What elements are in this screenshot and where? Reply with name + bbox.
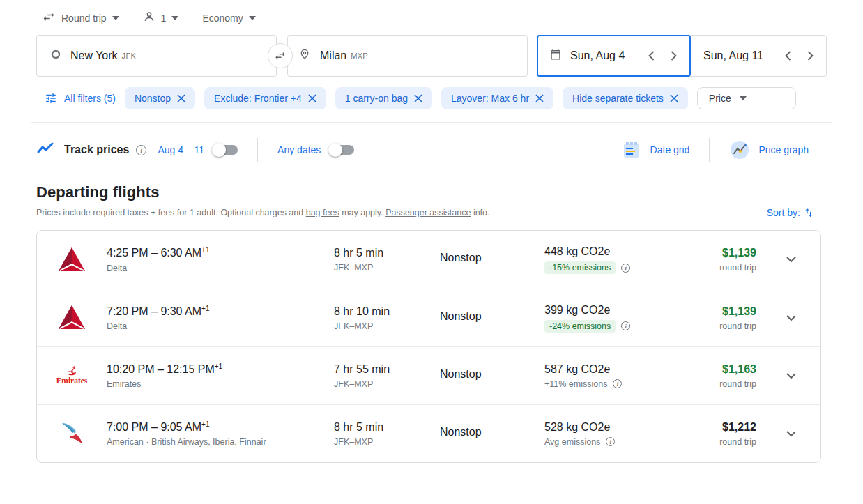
expand-flight-button[interactable] <box>762 431 820 437</box>
airline-name: Delta <box>107 264 334 273</box>
destination-field[interactable]: Milan MXP <box>287 35 528 77</box>
flight-row[interactable]: 7:20 PM – 9:30 AM+1 Delta 8 hr 10 min JF… <box>37 289 820 346</box>
vertical-divider <box>709 138 710 162</box>
sort-by-button[interactable]: Sort by: <box>767 206 814 219</box>
filter-chip-exclude-airlines[interactable]: Exclude: Frontier +4 <box>204 87 326 109</box>
bag-fees-link[interactable]: bag fees <box>306 208 339 217</box>
plus-days: +1 <box>201 246 209 254</box>
cabin-class-selector[interactable]: Economy <box>202 13 255 24</box>
delta-logo-icon <box>37 305 107 331</box>
search-options-bar: Round trip 1 Economy <box>0 0 863 33</box>
passenger-selector[interactable]: 1 <box>143 10 179 25</box>
price-chip-label: Price <box>709 93 731 104</box>
filter-tune-icon <box>45 92 57 105</box>
person-icon <box>143 10 155 25</box>
chip-label: Hide separate tickets <box>572 93 664 104</box>
flight-price: $1,139 <box>722 247 756 259</box>
info-icon[interactable]: i <box>136 145 146 155</box>
emirates-logo-icon: Emirates <box>37 366 107 385</box>
chevron-down-icon <box>171 16 178 20</box>
origin-circle-icon <box>51 49 61 62</box>
origin-field[interactable]: New York JFK <box>36 35 277 77</box>
co2-amount: 448 kg CO2e <box>544 245 705 258</box>
close-icon[interactable] <box>414 94 422 102</box>
filter-chip-carry-on-bag[interactable]: 1 carry-on bag <box>335 87 432 109</box>
track-date-range-label: Aug 4 – 11 <box>158 144 204 155</box>
date-grid-label: Date grid <box>650 144 690 155</box>
departure-date-previous-button[interactable] <box>645 49 657 62</box>
flight-route: JFK–MXP <box>334 379 440 389</box>
return-date-field[interactable]: Sun, Aug 11 <box>691 36 826 76</box>
co2-amount: 399 kg CO2e <box>544 304 705 316</box>
american-airlines-logo-icon <box>37 420 107 448</box>
sort-arrows-icon <box>803 206 814 219</box>
flight-duration: 8 hr 5 min <box>334 247 440 259</box>
trip-type-selector[interactable]: Round trip <box>42 10 119 26</box>
info-icon[interactable]: i <box>613 379 622 388</box>
price-graph-button[interactable]: Price graph <box>729 139 809 160</box>
calendar-icon <box>549 48 562 63</box>
flight-route: JFK–MXP <box>334 263 440 273</box>
price-trend-icon <box>36 142 54 158</box>
flight-row[interactable]: 4:25 PM – 6:30 AM+1 Delta 8 hr 5 min JFK… <box>37 231 820 289</box>
close-icon[interactable] <box>670 94 678 102</box>
info-icon[interactable]: i <box>621 321 630 330</box>
info-icon[interactable]: i <box>621 264 630 273</box>
swap-arrows-icon <box>274 49 287 62</box>
results-header: Departing flights Prices include require… <box>36 183 814 217</box>
emissions-badge: -15% emissions <box>544 261 616 274</box>
chevron-down-icon <box>249 16 256 20</box>
departure-date-field[interactable]: Sun, Aug 4 <box>537 35 691 77</box>
chip-label: Nonstop <box>135 93 171 104</box>
flight-price: $1,163 <box>722 363 756 376</box>
price-disclaimer: Prices include required taxes + fees for… <box>36 208 814 217</box>
disclaimer-text: Prices include required taxes + fees for… <box>36 208 306 217</box>
expand-flight-button[interactable] <box>762 257 820 263</box>
price-filter-dropdown[interactable]: Price <box>697 87 796 109</box>
co2-amount: 528 kg CO2e <box>544 421 705 434</box>
stops: Nonstop <box>440 252 544 264</box>
flight-times: 10:20 PM – 12:15 PM+1 <box>107 362 334 376</box>
flight-duration: 7 hr 55 min <box>334 363 440 376</box>
return-date-previous-button[interactable] <box>781 49 794 62</box>
filter-chip-nonstop[interactable]: Nonstop <box>125 87 195 109</box>
expand-flight-button[interactable] <box>762 373 820 379</box>
date-grid-button[interactable]: Date grid <box>621 139 690 160</box>
cabin-class-label: Economy <box>202 13 243 24</box>
any-dates-toggle[interactable] <box>330 145 354 155</box>
close-icon[interactable] <box>308 94 316 102</box>
passenger-assistance-link[interactable]: Passenger assistance <box>385 208 471 217</box>
vertical-divider <box>257 138 258 162</box>
flight-route: JFK–MXP <box>334 437 440 447</box>
co2-amount: 587 kg CO2e <box>544 363 705 376</box>
departing-flights-list: 4:25 PM – 6:30 AM+1 Delta 8 hr 5 min JFK… <box>36 230 821 463</box>
location-pin-icon <box>299 48 310 63</box>
delta-logo-icon <box>37 247 107 273</box>
filter-chip-layover[interactable]: Layover: Max 6 hr <box>441 87 553 109</box>
close-icon[interactable] <box>535 94 544 102</box>
emissions-text: Avg emissions <box>544 437 600 447</box>
plus-days: +1 <box>215 362 222 370</box>
price-qualifier: round trip <box>719 263 756 273</box>
departure-date-next-button[interactable] <box>667 49 680 62</box>
track-prices-toggle[interactable] <box>214 145 238 155</box>
stops: Nonstop <box>440 368 544 381</box>
expand-flight-button[interactable] <box>762 315 820 321</box>
flight-times: 7:00 PM – 9:05 AM+1 <box>107 420 334 434</box>
flight-route: JFK–MXP <box>334 321 440 331</box>
chevron-down-icon <box>786 257 796 263</box>
filter-chip-hide-separate-tickets[interactable]: Hide separate tickets <box>563 87 688 109</box>
all-filters-button[interactable]: All filters (5) <box>45 92 116 105</box>
stops: Nonstop <box>440 310 544 323</box>
flight-row[interactable]: 7:00 PM – 9:05 AM+1 American · British A… <box>37 404 820 462</box>
info-icon[interactable]: i <box>606 437 615 446</box>
all-filters-label: All filters (5) <box>64 93 116 104</box>
origin-city: New York <box>70 49 118 62</box>
chip-label: Layover: Max 6 hr <box>451 93 529 104</box>
swap-locations-button[interactable] <box>268 43 293 68</box>
price-tracking-bar: Track prices i Aug 4 – 11 Any dates Date… <box>36 135 863 165</box>
return-date-next-button[interactable] <box>804 49 816 62</box>
flight-row[interactable]: Emirates 10:20 PM – 12:15 PM+1 Emirates … <box>37 346 820 404</box>
close-icon[interactable] <box>177 94 185 102</box>
toggle-knob <box>212 143 226 157</box>
